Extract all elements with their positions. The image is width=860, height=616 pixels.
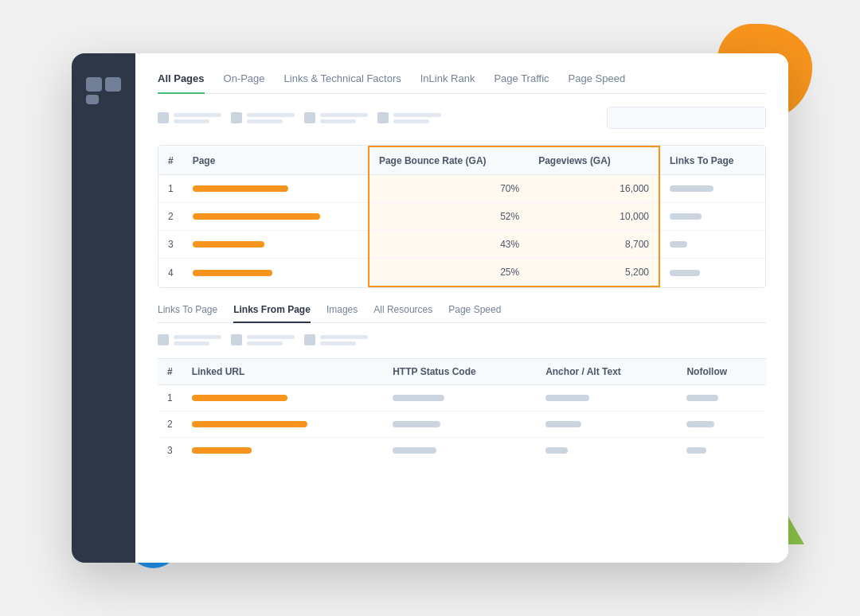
sub-filter-item-1[interactable]: [158, 334, 221, 345]
th-links-to-page: Links To Page: [659, 146, 765, 175]
page-bar: [193, 213, 320, 220]
logo-block-3: [86, 95, 99, 104]
row-page: [183, 203, 369, 231]
row-num: 3: [158, 438, 182, 464]
row-linked-url: [182, 385, 384, 411]
sub-tab-all-resources[interactable]: All Resources: [373, 304, 432, 322]
sub-tab-links-to-page[interactable]: Links To Page: [158, 304, 217, 322]
th-num: #: [158, 146, 183, 175]
row-linked-url: [182, 411, 384, 438]
filter-item-3[interactable]: [304, 112, 368, 123]
row-nofollow: [677, 438, 766, 464]
table-row: 2: [158, 411, 766, 438]
row-linked-url: [182, 438, 384, 464]
filter-lines-3: [320, 113, 368, 123]
filter-lines-1: [174, 113, 221, 123]
sub-filter-lines-3: [320, 335, 368, 345]
th-pageviews: Pageviews (GA): [529, 146, 659, 175]
anchor-bar: [545, 395, 589, 401]
tab-inlink-rank[interactable]: InLink Rank: [420, 72, 475, 93]
url-bar: [192, 395, 287, 401]
tab-page-traffic[interactable]: Page Traffic: [494, 72, 549, 93]
filter-line: [247, 119, 283, 123]
filter-line: [247, 335, 295, 339]
filter-lines-4: [393, 113, 441, 123]
sidebar: [72, 53, 135, 563]
top-tabs: All Pages On-Page Links & Technical Fact…: [158, 72, 766, 94]
sub-tab-page-speed[interactable]: Page Speed: [448, 304, 501, 322]
row-http-status: [383, 438, 536, 464]
links-bar: [670, 241, 687, 248]
filter-icon-1: [158, 112, 169, 123]
table-row: 4 25% 5,200: [158, 259, 765, 287]
nofollow-bar: [686, 395, 718, 401]
page-bar: [193, 241, 264, 248]
sub-tab-images[interactable]: Images: [326, 304, 358, 322]
row-pageviews: 8,700: [529, 231, 659, 259]
row-pageviews: 16,000: [529, 175, 659, 203]
row-links-to-page: [659, 231, 765, 259]
table-row: 3 43% 8,700: [158, 231, 765, 259]
tab-on-page[interactable]: On-Page: [224, 72, 265, 93]
row-http-status: [383, 385, 536, 411]
filter-line: [320, 335, 368, 339]
sub-filter-item-2[interactable]: [231, 334, 295, 345]
filter-line: [393, 119, 429, 123]
filter-line: [320, 341, 356, 345]
filter-lines-2: [247, 113, 295, 123]
filter-line: [320, 119, 356, 123]
page-bar: [193, 270, 272, 276]
th-linked-url: Linked URL: [182, 359, 384, 385]
nofollow-bar: [686, 421, 714, 427]
logo-block-2: [105, 77, 121, 92]
row-bounce-rate: 52%: [369, 203, 529, 231]
nofollow-bar: [686, 447, 706, 454]
main-content: All Pages On-Page Links & Technical Fact…: [135, 53, 788, 563]
anchor-bar: [545, 421, 581, 427]
filter-line: [247, 341, 283, 345]
sub-tabs: Links To Page Links From Page Images All…: [158, 304, 766, 323]
row-anchor-alt: [536, 385, 677, 411]
row-anchor-alt: [536, 411, 677, 438]
table-row: 3: [158, 438, 766, 464]
status-bar: [393, 395, 444, 401]
filter-item-1[interactable]: [158, 112, 221, 123]
upper-table-container: # Page Page Bounce Rate (GA) Pageviews (…: [158, 145, 766, 288]
url-bar: [192, 421, 307, 427]
filter-item-2[interactable]: [231, 112, 295, 123]
sub-filter-item-3[interactable]: [304, 334, 368, 345]
row-links-to-page: [659, 259, 765, 287]
anchor-bar: [545, 447, 568, 454]
filter-line: [174, 335, 221, 339]
row-links-to-page: [659, 175, 765, 203]
row-page: [183, 175, 369, 203]
row-num: 3: [158, 231, 183, 259]
row-nofollow: [677, 385, 766, 411]
tab-all-pages[interactable]: All Pages: [158, 72, 205, 94]
page-bar: [193, 185, 288, 192]
upper-table: # Page Page Bounce Rate (GA) Pageviews (…: [158, 146, 765, 287]
th-page: Page: [183, 146, 369, 175]
sub-filter-icon-3: [304, 334, 315, 345]
filter-icon-2: [231, 112, 242, 123]
filter-line: [174, 119, 209, 123]
bottom-table: # Linked URL HTTP Status Code Anchor / A…: [158, 358, 766, 463]
tab-page-speed[interactable]: Page Speed: [569, 72, 626, 93]
row-page: [183, 231, 369, 259]
row-anchor-alt: [536, 438, 677, 464]
row-page: [183, 259, 369, 287]
row-num: 1: [158, 175, 183, 203]
th-anchor-alt: Anchor / Alt Text: [536, 359, 677, 385]
filter-line: [320, 113, 368, 117]
filter-item-4[interactable]: [377, 112, 441, 123]
sub-filter-icon-1: [158, 334, 169, 345]
search-input[interactable]: [607, 107, 766, 129]
links-bar: [670, 185, 713, 192]
status-bar: [393, 447, 436, 454]
row-http-status: [383, 411, 536, 438]
sub-tab-links-from-page[interactable]: Links From Page: [233, 304, 311, 323]
logo: [86, 77, 121, 104]
filter-line: [393, 113, 441, 117]
row-bounce-rate: 43%: [369, 231, 529, 259]
tab-links-technical[interactable]: Links & Technical Factors: [284, 72, 401, 93]
